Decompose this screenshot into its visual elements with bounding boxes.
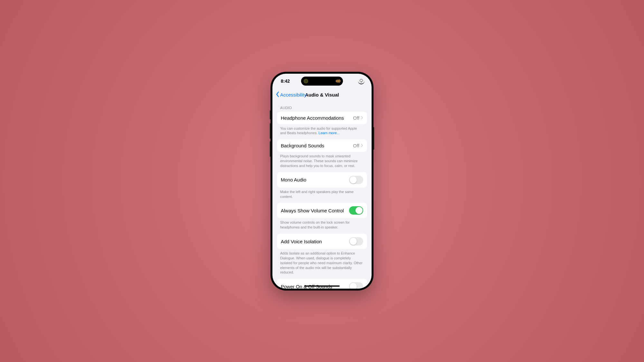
row-voice-isolation: Add Voice Isolation xyxy=(277,234,367,249)
island-app-icon xyxy=(304,79,308,83)
footer-always-volume: Show volume controls on the lock screen … xyxy=(277,218,367,230)
cell-label: Add Voice Isolation xyxy=(281,239,322,244)
back-button[interactable]: Accessibility xyxy=(276,91,307,98)
toggle-always-volume[interactable] xyxy=(349,206,363,215)
settings-scroll[interactable]: AUDIO Headphone Accommodations Off You c… xyxy=(272,101,372,289)
cell-label: Background Sounds xyxy=(281,143,324,148)
airplay-icon[interactable] xyxy=(358,78,365,84)
toggle-mono-audio[interactable] xyxy=(349,176,363,184)
phone-screen: 8:42 Accessibility Audio & Visual AUD xyxy=(272,74,372,289)
footer-headphone-accommodations: You can customize the audio for supporte… xyxy=(277,124,367,136)
status-time: 8:42 xyxy=(281,79,290,84)
toggle-power-sounds[interactable] xyxy=(349,282,363,288)
phone-frame: 8:42 Accessibility Audio & Visual AUD xyxy=(270,72,374,291)
cell-label: Headphone Accommodations xyxy=(281,115,344,121)
dynamic-island[interactable] xyxy=(301,77,343,86)
learn-more-link[interactable]: Learn more... xyxy=(318,131,339,135)
row-mono-audio: Mono Audio xyxy=(277,172,367,188)
chevron-right-icon xyxy=(361,143,363,148)
cell-label: Mono Audio xyxy=(281,177,306,182)
footer-mono-audio: Make the left and right speakers play th… xyxy=(277,188,367,199)
footer-background-sounds: Plays background sounds to mask unwanted… xyxy=(277,152,367,168)
cell-value: Off xyxy=(353,143,359,148)
back-label: Accessibility xyxy=(280,92,307,97)
row-headphone-accommodations[interactable]: Headphone Accommodations Off xyxy=(277,112,367,124)
home-indicator[interactable] xyxy=(304,285,340,287)
row-always-volume: Always Show Volume Control xyxy=(277,203,367,218)
chevron-left-icon xyxy=(276,91,279,98)
cell-label: Always Show Volume Control xyxy=(281,208,344,213)
footer-voice-isolation: Adds Isolate as an additional option to … xyxy=(277,249,367,275)
chevron-right-icon xyxy=(361,115,363,121)
page-title: Audio & Visual xyxy=(305,92,339,97)
audio-waveform-icon xyxy=(336,79,340,83)
section-header-audio: AUDIO xyxy=(277,101,367,112)
cell-value: Off xyxy=(353,115,359,121)
toggle-voice-isolation[interactable] xyxy=(349,237,363,246)
row-background-sounds[interactable]: Background Sounds Off xyxy=(277,139,367,152)
navigation-bar: Accessibility Audio & Visual xyxy=(272,88,372,101)
row-power-sounds: Power On & Off Sounds xyxy=(277,279,367,288)
